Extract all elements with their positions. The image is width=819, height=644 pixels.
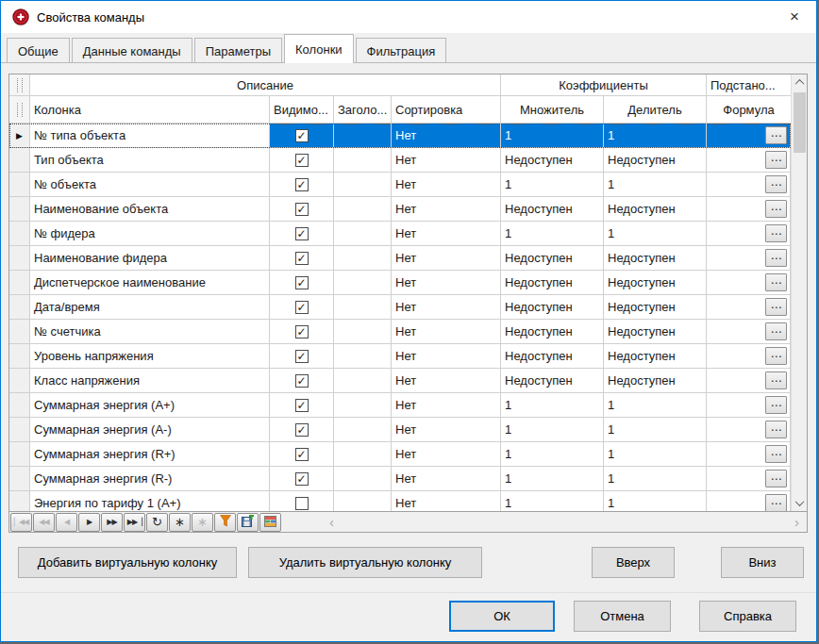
scroll-left-icon[interactable]: ‹ xyxy=(324,513,340,532)
visible-checkbox[interactable]: ✓ xyxy=(295,203,309,216)
cell-divider[interactable]: 1 xyxy=(604,222,707,245)
visible-checkbox[interactable]: ✓ xyxy=(295,325,309,339)
visible-checkbox[interactable]: ✓ xyxy=(295,178,309,191)
scroll-down-icon[interactable] xyxy=(792,495,808,511)
row-indicator[interactable] xyxy=(9,148,30,172)
column-header-6[interactable]: Формула xyxy=(707,96,791,123)
cell-column-name[interactable]: Суммарная энергия (R-) xyxy=(30,467,270,490)
tab-command-data[interactable]: Данные команды xyxy=(72,38,192,63)
cell-header-text[interactable] xyxy=(334,173,392,196)
cell-multiplier[interactable]: 1 xyxy=(501,173,604,196)
column-header-5[interactable]: Делитель xyxy=(604,96,707,123)
tab-parameters[interactable]: Параметры xyxy=(194,38,282,63)
visible-checkbox[interactable]: ✓ xyxy=(295,374,309,388)
cell-multiplier[interactable]: Недоступен xyxy=(501,271,604,294)
cell-sorting[interactable]: Нет xyxy=(392,320,501,343)
cell-header-text[interactable] xyxy=(334,393,392,417)
row-indicator[interactable] xyxy=(9,467,30,490)
nav-filter-button[interactable] xyxy=(214,513,236,532)
cell-sorting[interactable]: Нет xyxy=(392,467,501,490)
cell-divider[interactable]: 1 xyxy=(604,467,707,490)
row-indicator[interactable] xyxy=(9,344,30,368)
cell-header-text[interactable] xyxy=(334,491,392,511)
move-down-button[interactable]: Вниз xyxy=(721,547,804,578)
cell-divider[interactable]: Недоступен xyxy=(604,271,707,294)
cell-multiplier[interactable]: 1 xyxy=(501,393,604,417)
formula-ellipsis-button[interactable]: ⋯ xyxy=(765,372,787,389)
cell-header-text[interactable] xyxy=(334,197,392,221)
cell-sorting[interactable]: Нет xyxy=(392,148,501,172)
cell-multiplier[interactable]: 1 xyxy=(501,491,604,511)
formula-ellipsis-button[interactable]: ⋯ xyxy=(765,175,787,193)
visible-checkbox[interactable]: ✓ xyxy=(295,252,309,265)
nav-prior-button[interactable]: ◀ xyxy=(56,513,77,532)
cancel-button[interactable]: Отмена xyxy=(574,601,671,632)
row-indicator[interactable] xyxy=(9,295,30,319)
cell-column-name[interactable]: № объекта xyxy=(30,173,270,196)
visible-checkbox[interactable]: ✓ xyxy=(295,129,309,142)
cell-column-name[interactable]: Диспетчерское наименование xyxy=(30,271,270,294)
cell-divider[interactable]: 1 xyxy=(604,173,707,196)
cell-sorting[interactable]: Нет xyxy=(392,222,501,245)
formula-ellipsis-button[interactable]: ⋯ xyxy=(765,273,787,291)
cell-multiplier[interactable]: Недоступен xyxy=(501,148,604,172)
formula-ellipsis-button[interactable]: ⋯ xyxy=(765,494,787,511)
nav-next-page-button[interactable]: ▶▶ xyxy=(101,513,123,532)
column-header-2[interactable]: Заголо... xyxy=(334,96,392,123)
cell-sorting[interactable]: Нет xyxy=(392,442,501,466)
cell-column-name[interactable]: Энергия по тарифу 1 (А+) xyxy=(30,491,270,511)
formula-ellipsis-button[interactable]: ⋯ xyxy=(765,298,787,316)
row-indicator[interactable] xyxy=(9,173,30,196)
cell-header-text[interactable] xyxy=(334,320,392,343)
row-indicator[interactable] xyxy=(9,246,30,270)
cell-column-name[interactable]: Суммарная энергия (А+) xyxy=(30,393,270,417)
nav-save-bookmark-button[interactable] xyxy=(237,513,259,532)
cell-header-text[interactable] xyxy=(334,246,392,270)
cell-column-name[interactable]: № фидера xyxy=(30,222,270,245)
formula-ellipsis-button[interactable]: ⋯ xyxy=(765,347,787,365)
delete-virtual-column-button[interactable]: Удалить виртуальную колонку xyxy=(248,547,482,578)
cell-header-text[interactable] xyxy=(334,222,392,245)
cell-sorting[interactable]: Нет xyxy=(392,344,501,368)
cell-divider[interactable]: Недоступен xyxy=(604,369,707,392)
cell-multiplier[interactable]: 1 xyxy=(501,442,604,466)
close-icon[interactable]: × xyxy=(773,1,816,33)
cell-multiplier[interactable]: Недоступен xyxy=(501,320,604,343)
row-indicator[interactable] xyxy=(9,442,30,466)
cell-column-name[interactable]: Класс напряжения xyxy=(30,369,270,392)
row-indicator[interactable] xyxy=(9,197,30,221)
cell-sorting[interactable]: Нет xyxy=(392,271,501,294)
row-indicator[interactable] xyxy=(9,369,30,392)
cell-divider[interactable]: Недоступен xyxy=(604,295,707,319)
cell-multiplier[interactable]: 1 xyxy=(501,418,604,441)
nav-customize-grid-button[interactable] xyxy=(259,513,281,532)
cell-divider[interactable]: 1 xyxy=(604,418,707,441)
cell-column-name[interactable]: № счетчика xyxy=(30,320,270,343)
cell-column-name[interactable]: Наименование объекта xyxy=(30,197,270,221)
cell-divider[interactable]: Недоступен xyxy=(604,320,707,343)
row-indicator[interactable] xyxy=(9,222,30,245)
scroll-up-icon[interactable] xyxy=(792,74,808,91)
visible-checkbox[interactable]: ✓ xyxy=(295,154,309,167)
cell-divider[interactable]: 1 xyxy=(604,442,707,466)
cell-sorting[interactable]: Нет xyxy=(392,124,501,147)
cell-divider[interactable]: Недоступен xyxy=(604,246,707,270)
row-indicator[interactable] xyxy=(9,491,30,511)
column-header-3[interactable]: Сортировка xyxy=(392,96,501,123)
cell-divider[interactable]: 1 xyxy=(604,491,707,511)
column-header-1[interactable]: Видимо... xyxy=(270,96,334,123)
vertical-scrollbar[interactable] xyxy=(791,74,807,511)
formula-ellipsis-button[interactable]: ⋯ xyxy=(765,224,787,242)
cell-column-name[interactable]: Дата/время xyxy=(30,295,270,319)
scroll-right-icon[interactable]: › xyxy=(789,513,805,532)
cell-column-name[interactable]: № типа объекта xyxy=(30,124,270,147)
row-indicator[interactable]: ▶ xyxy=(9,124,30,147)
cell-column-name[interactable]: Уровень напряжения xyxy=(30,344,270,368)
cell-header-text[interactable] xyxy=(334,418,392,441)
cell-sorting[interactable]: Нет xyxy=(392,393,501,417)
cell-multiplier[interactable]: Недоступен xyxy=(501,369,604,392)
nav-prior-page-button[interactable]: ◀◀ xyxy=(33,513,55,532)
visible-checkbox[interactable]: ✓ xyxy=(295,301,309,314)
cell-sorting[interactable]: Нет xyxy=(392,295,501,319)
cell-sorting[interactable]: Нет xyxy=(392,491,501,511)
